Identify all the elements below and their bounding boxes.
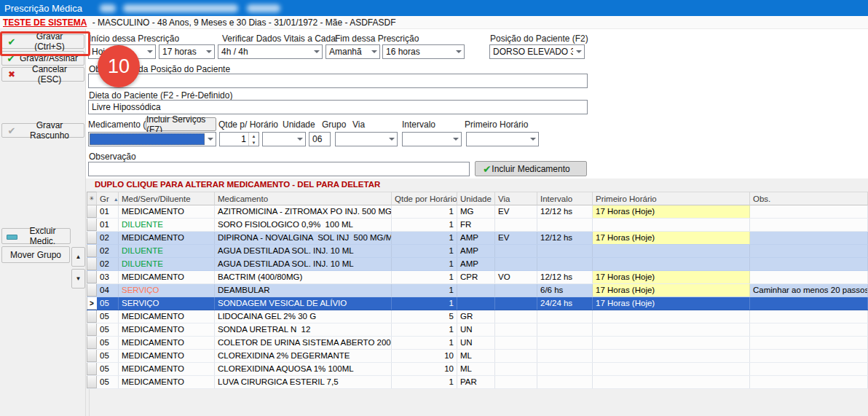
cell-intervalo[interactable] [537, 245, 593, 257]
cell-tipo[interactable]: MEDICAMENTO [119, 205, 215, 218]
table-row[interactable]: 05MEDICAMENTOSONDA URETRAL N 121UN [87, 323, 868, 337]
unidade-select[interactable] [262, 132, 306, 146]
table-row[interactable]: 05MEDICAMENTOLIDOCAINA GEL 2% 30 G5GR [87, 310, 868, 323]
cell-via[interactable] [495, 258, 537, 270]
fim-time-select[interactable]: 16 horas [382, 44, 465, 59]
cell-primeiro-horario[interactable]: 17 Horas (Hoje) [593, 232, 750, 244]
cell-intervalo[interactable] [537, 219, 593, 231]
spinner-down-icon[interactable]: ▼ [249, 139, 259, 146]
cell-medicamento[interactable]: DIPIRONA - NOVALGINA SOL INJ 500 MG/ML 2 [215, 232, 392, 244]
cell-qtde[interactable]: 1 [392, 297, 457, 310]
cell-via[interactable] [495, 297, 537, 310]
row-selector[interactable] [87, 232, 97, 244]
cell-medicamento[interactable]: AGUA DESTILADA SOL. INJ. 10 ML [215, 245, 392, 257]
cell-unidade[interactable]: ML [457, 350, 495, 362]
dieta-input[interactable] [88, 100, 588, 114]
cell-unidade[interactable]: PAR [457, 376, 495, 388]
column-header[interactable]: Med/Serv/Diluente [119, 192, 215, 205]
row-selector[interactable] [87, 245, 97, 257]
posicao-select[interactable]: DORSO ELEVADO 30 G [489, 44, 585, 59]
cell-via[interactable] [495, 363, 537, 375]
row-selector[interactable] [87, 284, 97, 297]
cell-medicamento[interactable]: COLETOR DE URINA SISTEMA ABERTO 2000ML [215, 337, 392, 349]
cell-primeiro-horario[interactable] [593, 219, 750, 231]
cell-primeiro-horario[interactable] [593, 310, 750, 323]
table-row[interactable]: >05SERVIÇOSONDAGEM VESICAL DE ALÍVIO124/… [87, 297, 868, 310]
delete-medication-button[interactable]: Excluir Medic. [1, 228, 71, 244]
column-header[interactable]: Gr▲ [97, 192, 119, 205]
cell-unidade[interactable]: AMP [457, 232, 495, 244]
cell-medicamento[interactable]: SONDAGEM VESICAL DE ALÍVIO [215, 297, 392, 310]
cell-unidade[interactable]: UN [457, 323, 495, 336]
cell-tipo[interactable]: SERVIÇO [119, 297, 215, 310]
cell-obs[interactable] [750, 350, 868, 362]
cell-obs[interactable] [750, 297, 868, 310]
cell-intervalo[interactable] [537, 310, 593, 323]
column-header[interactable]: Intervalo [537, 192, 593, 205]
row-selector[interactable] [87, 219, 97, 231]
cell-qtde[interactable]: 1 [392, 232, 457, 244]
inicio-time-select[interactable]: 17 horas [159, 44, 215, 59]
observacao-input[interactable] [88, 162, 470, 176]
table-row[interactable]: 04SERVIÇODEAMBULAR16/6 hs17 Horas (Hoje)… [87, 284, 868, 297]
column-header[interactable]: Via [495, 192, 537, 205]
cell-tipo[interactable]: MEDICAMENTO [119, 310, 215, 323]
table-row[interactable]: 01MEDICAMENTOAZITROMICINA - ZITROMAX PO … [87, 205, 868, 219]
cell-grupo[interactable]: 04 [97, 284, 119, 297]
table-row[interactable]: 05MEDICAMENTOLUVA CIRURGICA ESTERIL 7,51… [87, 376, 868, 389]
cell-intervalo[interactable] [537, 350, 593, 362]
cell-obs[interactable]: Caminhar ao menos 20 passos [750, 284, 868, 297]
cell-medicamento[interactable]: SONDA URETRAL N 12 [215, 323, 392, 336]
cancel-button[interactable]: ✖ Cancelar (ESC) [1, 67, 84, 82]
cell-primeiro-horario[interactable] [593, 350, 750, 362]
cell-tipo[interactable]: SERVIÇO [119, 284, 215, 297]
cell-tipo[interactable]: MEDICAMENTO [119, 232, 215, 244]
cell-grupo[interactable]: 03 [97, 271, 119, 283]
cell-unidade[interactable]: FR [457, 219, 495, 231]
row-selector[interactable] [87, 205, 97, 218]
cell-intervalo[interactable]: 12/12 hs [537, 205, 593, 218]
table-row[interactable]: 02MEDICAMENTODIPIRONA - NOVALGINA SOL IN… [87, 232, 868, 245]
cell-obs[interactable] [750, 363, 868, 375]
table-row[interactable]: 01DILUENTESORO FISIOLOGICO 0,9% 100 ML1F… [87, 219, 868, 232]
row-pointer-icon[interactable]: > [87, 297, 97, 310]
cell-intervalo[interactable]: 24/24 hs [537, 297, 593, 310]
cell-primeiro-horario[interactable] [593, 337, 750, 349]
cell-medicamento[interactable]: BACTRIM (400/80MG) [215, 271, 392, 283]
cell-grupo[interactable]: 05 [97, 337, 119, 349]
cell-primeiro-horario[interactable] [593, 258, 750, 270]
table-row[interactable]: 05MEDICAMENTOCLOREXIDINA 2% DEGERMANTE10… [87, 350, 868, 363]
cell-primeiro-horario[interactable]: 17 Horas (Hoje) [593, 297, 750, 310]
cell-qtde[interactable]: 1 [392, 245, 457, 257]
cell-via[interactable]: EV [495, 232, 537, 244]
cell-primeiro-horario[interactable] [593, 323, 750, 336]
cell-obs[interactable] [750, 258, 868, 270]
save-sign-button[interactable]: ✔ Gravar/Assinar [1, 51, 84, 66]
via-select[interactable] [335, 132, 398, 146]
cell-intervalo[interactable] [537, 323, 593, 336]
cell-unidade[interactable] [457, 297, 495, 310]
cell-medicamento[interactable]: LIDOCAINA GEL 2% 30 G [215, 310, 392, 323]
column-header[interactable]: Unidade [457, 192, 495, 205]
cell-via[interactable]: VO [495, 271, 537, 283]
cell-qtde[interactable]: 1 [392, 271, 457, 283]
cell-grupo[interactable]: 02 [97, 245, 119, 257]
cell-medicamento[interactable]: AGUA DESTILADA SOL. INJ. 10 ML [215, 258, 392, 270]
cell-grupo[interactable]: 05 [97, 323, 119, 336]
cell-grupo[interactable]: 02 [97, 232, 119, 244]
cell-obs[interactable] [750, 205, 868, 218]
cell-tipo[interactable]: MEDICAMENTO [119, 337, 215, 349]
cell-via[interactable]: EV [495, 205, 537, 218]
table-row[interactable]: 02DILUENTEAGUA DESTILADA SOL. INJ. 10 ML… [87, 245, 868, 258]
row-selector[interactable] [87, 323, 97, 336]
save-draft-button[interactable]: ✔ Gravar Rascunho [1, 123, 84, 138]
cell-unidade[interactable]: AMP [457, 245, 495, 257]
spinner-up-icon[interactable]: ▲ [249, 133, 259, 139]
cell-via[interactable] [495, 376, 537, 388]
cell-intervalo[interactable] [537, 363, 593, 375]
cell-obs[interactable] [750, 376, 868, 388]
cell-medicamento[interactable]: DEAMBULAR [215, 284, 392, 297]
column-header[interactable]: Obs. [750, 192, 868, 205]
row-selector[interactable] [87, 350, 97, 362]
vitais-select[interactable]: 4h / 4h [218, 44, 323, 59]
